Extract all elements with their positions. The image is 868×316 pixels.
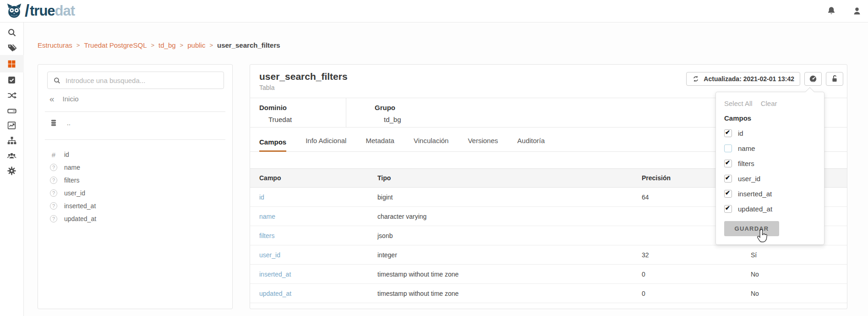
field-link[interactable]: updated_at bbox=[259, 290, 377, 297]
search-input[interactable] bbox=[66, 77, 218, 84]
breadcrumb-link[interactable]: Truedat PostgreSQL bbox=[84, 41, 147, 49]
tab-versiones[interactable]: Versiones bbox=[468, 137, 498, 152]
users-icon bbox=[6, 150, 17, 161]
popover-title: Campos bbox=[724, 114, 816, 122]
field-link[interactable]: id bbox=[259, 194, 377, 201]
app-screen: / true dat bbox=[0, 0, 868, 316]
clear-link[interactable]: Clear bbox=[761, 100, 777, 107]
tab-info-adicional[interactable]: Info Adicional bbox=[306, 137, 346, 152]
tab-auditoria[interactable]: Auditoría bbox=[517, 137, 545, 152]
sidebar-item-lineage[interactable] bbox=[0, 88, 24, 103]
list-item-field[interactable]: ? inserted_at bbox=[49, 200, 96, 212]
sidebar-item-systems[interactable] bbox=[0, 103, 24, 118]
checkbox-name[interactable] bbox=[724, 144, 732, 152]
breadcrumb-separator: > bbox=[151, 42, 154, 49]
list-item-field[interactable]: ? filters bbox=[49, 174, 96, 187]
field-type: bigint bbox=[377, 194, 642, 201]
sidebar-item-domains[interactable] bbox=[0, 133, 24, 148]
sidebar-item-quality[interactable] bbox=[0, 72, 24, 88]
question-icon: ? bbox=[50, 202, 57, 210]
logo-slash: / bbox=[25, 2, 29, 20]
check-square-icon bbox=[7, 75, 16, 85]
owl-icon bbox=[5, 2, 23, 20]
field-list: # id ? name ? filters ? user_id ? insert… bbox=[49, 148, 96, 225]
field-link[interactable]: user_id bbox=[259, 251, 377, 259]
field-precision: 0 bbox=[642, 290, 751, 297]
list-item-field[interactable]: ? user_id bbox=[49, 187, 96, 200]
property-value: Truedat bbox=[259, 116, 346, 123]
sidebar-item-structures[interactable] bbox=[0, 55, 24, 72]
explorer-search-box bbox=[47, 72, 224, 89]
field-precision: 0 bbox=[642, 271, 751, 278]
column-option: user_id bbox=[724, 174, 816, 183]
list-item-field[interactable]: ? name bbox=[49, 161, 96, 174]
logo-text-secondary: dat bbox=[55, 2, 75, 20]
column-option: id bbox=[724, 129, 816, 137]
refresh-icon bbox=[692, 75, 699, 83]
field-type: character varying bbox=[377, 213, 642, 220]
field-type: timestamp without time zone bbox=[377, 290, 642, 297]
columns-settings-button[interactable] bbox=[804, 72, 822, 86]
checkbox-updated-at[interactable] bbox=[724, 205, 732, 213]
list-item-field[interactable]: ? updated_at bbox=[49, 212, 96, 225]
checkbox-label: id bbox=[738, 129, 743, 137]
field-link[interactable]: inserted_at bbox=[259, 271, 377, 278]
explorer-parent-item[interactable]: .. bbox=[49, 119, 71, 127]
checkbox-id[interactable] bbox=[724, 129, 732, 137]
bell-icon[interactable] bbox=[826, 6, 837, 17]
divider bbox=[45, 139, 225, 140]
column-header: Tipo bbox=[377, 174, 642, 182]
field-label: updated_at bbox=[64, 215, 96, 222]
permissions-lock-button[interactable] bbox=[826, 72, 843, 86]
field-label: name bbox=[64, 164, 80, 171]
breadcrumb-link[interactable]: td_bg bbox=[158, 41, 176, 49]
user-icon[interactable] bbox=[852, 6, 863, 17]
refresh-updated-button[interactable]: Actualizada: 2021-02-01 13:42 bbox=[686, 72, 800, 86]
breadcrumb-link[interactable]: Estructuras bbox=[38, 41, 72, 49]
sidebar-item-settings[interactable] bbox=[0, 163, 24, 178]
tab-campos[interactable]: Campos bbox=[259, 138, 286, 152]
field-link[interactable]: name bbox=[259, 213, 377, 220]
list-item-field[interactable]: # id bbox=[49, 148, 96, 161]
gauge-icon bbox=[808, 74, 818, 83]
checkbox-filters[interactable] bbox=[724, 160, 732, 167]
explorer-back-home[interactable]: « Inicio bbox=[49, 95, 79, 103]
sidebar-item-search[interactable] bbox=[0, 25, 24, 40]
sidebar-item-dashboards[interactable] bbox=[0, 118, 24, 133]
truedat-logo[interactable]: / true dat bbox=[5, 2, 75, 20]
column-header: Campo bbox=[259, 174, 377, 182]
columns-popover: Select All Clear Campos id name filters … bbox=[715, 92, 824, 245]
save-button[interactable]: GUARDAR bbox=[724, 221, 779, 236]
field-link[interactable]: filters bbox=[259, 232, 377, 239]
checkbox-inserted-at[interactable] bbox=[724, 190, 732, 198]
unlock-icon bbox=[830, 74, 839, 83]
field-precision: 32 bbox=[642, 251, 751, 259]
breadcrumb-separator: > bbox=[180, 42, 184, 49]
field-label: id bbox=[64, 151, 69, 158]
select-all-link[interactable]: Select All bbox=[724, 100, 753, 107]
sidebar-item-glossary[interactable] bbox=[0, 40, 24, 55]
breadcrumb-link[interactable]: public bbox=[187, 41, 205, 49]
field-label: inserted_at bbox=[64, 202, 96, 210]
grid-icon bbox=[7, 59, 16, 69]
page-title: user_search_filters bbox=[259, 71, 348, 82]
table-row: updated_at timestamp without time zone 0… bbox=[250, 284, 847, 303]
database-icon bbox=[49, 119, 58, 127]
sidebar-item-users[interactable] bbox=[0, 148, 24, 163]
shuffle-icon bbox=[7, 90, 17, 100]
hash-icon: # bbox=[52, 151, 55, 159]
tab-metadata[interactable]: Metadata bbox=[366, 137, 394, 152]
double-chevron-left-icon: « bbox=[49, 95, 55, 102]
question-icon: ? bbox=[50, 177, 57, 184]
field-nullable: No bbox=[751, 290, 847, 297]
question-icon: ? bbox=[50, 189, 57, 197]
tab-vinculacion[interactable]: Vinculación bbox=[414, 137, 448, 152]
structure-explorer-panel: « Inicio .. # id ? name ? filter bbox=[38, 64, 233, 309]
checkbox-user-id[interactable] bbox=[724, 175, 732, 183]
hard-drive-icon bbox=[7, 105, 17, 116]
column-option: inserted_at bbox=[724, 189, 816, 198]
field-label: user_id bbox=[64, 189, 85, 197]
breadcrumb: Estructuras > Truedat PostgreSQL > td_bg… bbox=[38, 41, 280, 49]
table-row: inserted_at timestamp without time zone … bbox=[250, 265, 847, 284]
breadcrumb-separator: > bbox=[209, 42, 213, 49]
